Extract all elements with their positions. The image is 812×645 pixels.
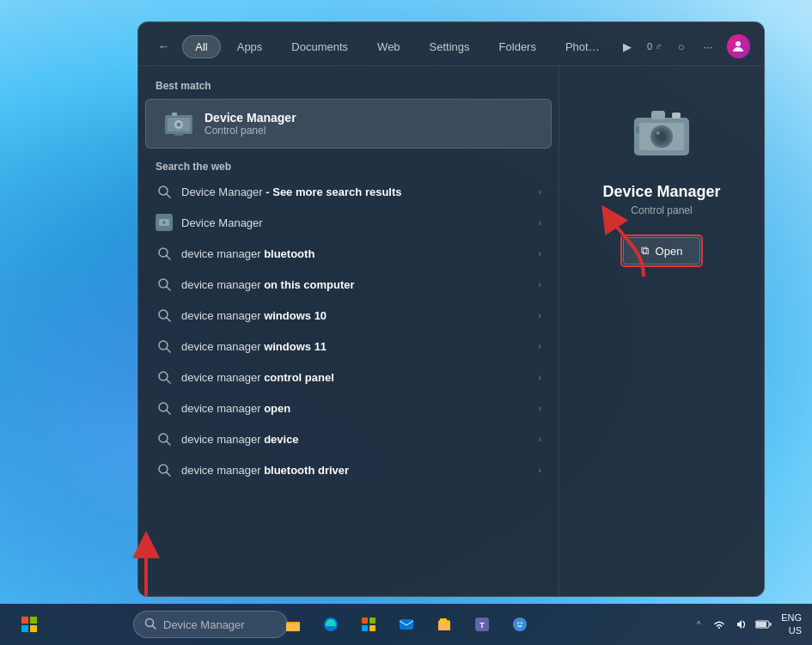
search-icon[interactable]: ○ bbox=[669, 34, 693, 58]
tray-info[interactable]: ENG US bbox=[781, 612, 802, 638]
chevron-right-icon: › bbox=[538, 186, 541, 197]
search-result-icon bbox=[156, 307, 173, 324]
chevron-right-icon: › bbox=[538, 248, 541, 259]
tab-settings[interactable]: Settings bbox=[417, 35, 483, 58]
right-app-subtitle: Control panel bbox=[631, 204, 692, 216]
result-item[interactable]: device manager device › bbox=[142, 423, 555, 454]
result-item[interactable]: device manager on this computer › bbox=[142, 269, 555, 300]
svg-rect-44 bbox=[286, 624, 300, 631]
open-button-container: ⧉ Open bbox=[623, 237, 701, 265]
chevron-right-icon: › bbox=[538, 403, 541, 413]
files-icon[interactable] bbox=[429, 609, 460, 640]
result-item[interactable]: Device Manager › bbox=[142, 207, 555, 238]
open-icon: ⧉ bbox=[641, 244, 649, 258]
svg-line-20 bbox=[167, 380, 170, 383]
play-icon[interactable]: ▶ bbox=[616, 34, 639, 58]
wifi-icon[interactable] bbox=[709, 609, 730, 640]
tab-apps[interactable]: Apps bbox=[224, 35, 276, 58]
svg-line-14 bbox=[167, 287, 170, 290]
svg-rect-38 bbox=[30, 617, 37, 624]
search-result-icon bbox=[156, 368, 173, 386]
more-icon[interactable]: ··· bbox=[697, 34, 720, 58]
result-text: device manager open bbox=[181, 402, 529, 415]
svg-rect-52 bbox=[438, 622, 450, 630]
back-button[interactable]: ← bbox=[152, 34, 175, 58]
outlook-icon[interactable] bbox=[391, 609, 422, 640]
best-match-item[interactable]: Device Manager Control panel bbox=[145, 99, 552, 149]
svg-rect-37 bbox=[21, 617, 28, 624]
start-button[interactable] bbox=[14, 609, 45, 640]
edge-browser-icon[interactable] bbox=[315, 609, 346, 640]
svg-line-22 bbox=[167, 411, 170, 414]
svg-point-58 bbox=[518, 623, 522, 626]
open-button[interactable]: ⧉ Open bbox=[623, 237, 701, 265]
result-text: device manager windows 10 bbox=[181, 309, 529, 322]
tab-folders[interactable]: Folders bbox=[486, 35, 549, 58]
svg-rect-48 bbox=[362, 625, 368, 631]
taskbar-search-bar[interactable] bbox=[133, 611, 288, 638]
svg-rect-60 bbox=[756, 622, 766, 627]
chevron-right-icon: › bbox=[538, 434, 541, 444]
result-item[interactable]: device manager open › bbox=[142, 392, 555, 423]
result-item[interactable]: device manager bluetooth › bbox=[142, 238, 555, 269]
svg-line-42 bbox=[153, 625, 156, 629]
volume-icon[interactable] bbox=[731, 609, 752, 640]
search-result-icon bbox=[156, 430, 173, 447]
taskbar-search-input[interactable] bbox=[163, 618, 266, 631]
chevron-right-icon: › bbox=[538, 341, 541, 351]
taskbar-tray: ^ bbox=[690, 609, 802, 640]
tab-web[interactable]: Web bbox=[364, 35, 413, 58]
copilot-count-icon[interactable]: 0 ♂ bbox=[643, 34, 666, 58]
best-match-info: Device Manager Control panel bbox=[205, 111, 534, 137]
result-item[interactable]: device manager control panel › bbox=[142, 362, 555, 392]
right-app-icon bbox=[627, 100, 696, 169]
content-area: Best match Device Manager Control bbox=[138, 66, 764, 596]
svg-line-26 bbox=[167, 472, 170, 476]
svg-rect-5 bbox=[174, 134, 183, 136]
svg-line-12 bbox=[167, 256, 170, 259]
best-match-subtitle: Control panel bbox=[205, 125, 534, 137]
result-text: Device Manager - See more search results bbox=[181, 186, 529, 198]
user-avatar[interactable] bbox=[727, 34, 750, 58]
svg-rect-40 bbox=[30, 625, 37, 632]
chevron-right-icon: › bbox=[538, 279, 541, 289]
microsoft-store-icon[interactable] bbox=[353, 609, 384, 640]
taskbar-left bbox=[14, 609, 45, 640]
search-result-icon bbox=[156, 461, 173, 478]
svg-line-16 bbox=[167, 318, 170, 321]
tray-locale: US bbox=[789, 624, 802, 637]
teams-icon[interactable]: T bbox=[467, 609, 498, 640]
chevron-right-icon: › bbox=[538, 310, 541, 320]
svg-point-4 bbox=[177, 123, 181, 127]
best-match-title: Device Manager bbox=[205, 111, 534, 125]
chevron-right-icon: › bbox=[538, 465, 541, 475]
svg-rect-35 bbox=[636, 126, 639, 133]
tab-all[interactable]: All bbox=[182, 35, 220, 58]
result-item[interactable]: device manager bluetooth driver › bbox=[142, 454, 555, 485]
result-text: device manager control panel bbox=[181, 371, 529, 384]
result-item[interactable]: device manager windows 11 › bbox=[142, 331, 555, 362]
svg-rect-49 bbox=[369, 625, 375, 631]
svg-rect-46 bbox=[362, 618, 368, 624]
file-explorer-icon[interactable] bbox=[278, 609, 308, 640]
chrome-icon[interactable] bbox=[504, 609, 535, 640]
battery-icon[interactable] bbox=[754, 609, 774, 640]
svg-rect-6 bbox=[172, 113, 177, 116]
search-result-icon bbox=[156, 276, 173, 293]
tray-chevron[interactable]: ^ bbox=[690, 609, 707, 640]
result-item[interactable]: Device Manager - See more search results… bbox=[142, 176, 555, 207]
app-result-icon bbox=[156, 214, 173, 231]
svg-rect-39 bbox=[21, 625, 28, 632]
tab-documents[interactable]: Documents bbox=[278, 35, 361, 58]
tray-language: ENG bbox=[781, 612, 802, 624]
tab-photos[interactable]: Phot… bbox=[553, 35, 613, 58]
svg-rect-47 bbox=[369, 618, 375, 624]
chevron-right-icon: › bbox=[538, 217, 541, 228]
svg-point-10 bbox=[162, 221, 166, 224]
result-text: Device Manager bbox=[181, 216, 529, 229]
svg-line-24 bbox=[167, 441, 170, 445]
web-section-label: Search the web bbox=[138, 149, 559, 176]
left-panel: Best match Device Manager Control bbox=[138, 66, 559, 596]
result-item[interactable]: device manager windows 10 › bbox=[142, 300, 555, 331]
svg-text:T: T bbox=[479, 621, 485, 630]
